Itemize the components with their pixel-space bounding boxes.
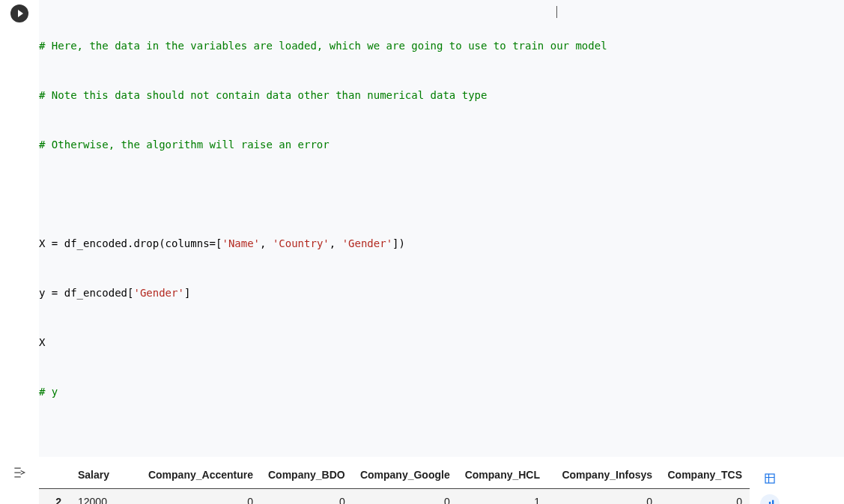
dataframe-table: Salary Company_Accenture Company_BDO Com… (39, 461, 750, 504)
column-header: Company_Google (353, 461, 458, 488)
code-editor[interactable]: # Here, the data in the variables are lo… (39, 0, 844, 457)
table-header-row: Salary Company_Accenture Company_BDO Com… (39, 461, 750, 488)
column-header: Company_TCS (660, 461, 750, 488)
svg-rect-3 (772, 500, 774, 504)
interactive-table-button[interactable] (760, 469, 780, 488)
code-comment: # Otherwise, the algorithm will raise an… (39, 139, 330, 151)
code-comment: # y (39, 386, 58, 398)
run-cell-button[interactable] (10, 4, 28, 22)
column-header: Company_Infosys (547, 461, 660, 488)
code-cell: # Here, the data in the variables are lo… (0, 0, 844, 457)
column-header: Company_Accenture (133, 461, 261, 488)
cell-value: 0 (547, 488, 660, 504)
toggle-output-button[interactable] (11, 464, 28, 481)
index-header (39, 461, 69, 488)
svg-rect-0 (765, 474, 774, 483)
output-gutter (0, 461, 39, 504)
column-header: Company_BDO (261, 461, 353, 488)
dataframe-action-buttons (760, 469, 780, 504)
table-row: 212000000100 (39, 488, 750, 504)
cell-gutter (0, 0, 39, 457)
row-index: 2 (39, 488, 69, 504)
output-body: Salary Company_Accenture Company_BDO Com… (39, 461, 844, 504)
cell-value: 12000 (69, 488, 133, 504)
column-header: Salary (69, 461, 133, 488)
cell-value: 0 (353, 488, 458, 504)
cell-value: 1 (458, 488, 547, 504)
code-comment: # Here, the data in the variables are lo… (39, 40, 607, 52)
column-header: Company_HCL (458, 461, 547, 488)
cell-value: 0 (133, 488, 261, 504)
cell-output: Salary Company_Accenture Company_BDO Com… (0, 457, 844, 504)
text-cursor (556, 6, 557, 18)
cell-value: 0 (660, 488, 750, 504)
code-comment: # Note this data should not contain data… (39, 89, 487, 101)
code-expression: X (39, 336, 45, 348)
cell-value: 0 (261, 488, 353, 504)
quick-chart-button[interactable] (760, 494, 780, 504)
